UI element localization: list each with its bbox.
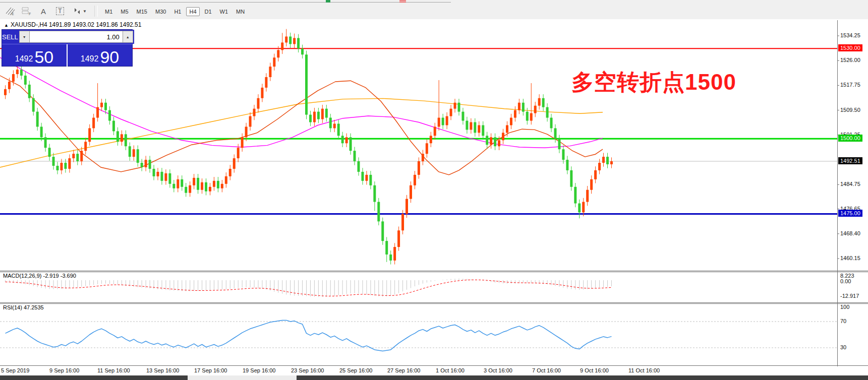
price-level-badge: 1475.00 (838, 210, 862, 217)
sell-price[interactable]: 1492 50 (2, 44, 68, 67)
text-label-icon[interactable]: A (37, 6, 50, 17)
svg-text:E: E (12, 12, 14, 16)
time-tick-label: 7 Oct 16:00 (532, 367, 561, 373)
scrollbar-thumb[interactable] (188, 375, 297, 380)
rsi-indicator-label: RSI(14) 47.2535 (3, 304, 44, 310)
panel-splitter[interactable] (0, 302, 868, 303)
fibonacci-grid-icon[interactable]: F (20, 6, 33, 17)
time-tick-label: 11 Sep 16:00 (97, 367, 130, 373)
price-tick-label: 1517.75 (840, 82, 860, 88)
equidistant-channel-icon[interactable]: E (4, 6, 17, 17)
dropdown-caret-icon[interactable]: ▼ (83, 9, 87, 14)
volume-decrease-button[interactable]: ▼ (19, 31, 30, 43)
time-tick-label: 5 Sep 2019 (1, 367, 29, 373)
time-tick-label: 17 Sep 16:00 (194, 367, 227, 373)
one-click-trade-panel: SELL ▼ ▲ BUY 1492 50 1492 90 (2, 29, 133, 67)
bottom-scrollbar-area[interactable] (0, 375, 868, 380)
price-tick-label: 1534.25 (840, 32, 860, 38)
rsi-axis-label: 70 (840, 318, 846, 324)
text-box-icon[interactable]: T (53, 6, 67, 17)
timeframe-button-w1[interactable]: W1 (217, 7, 232, 16)
time-tick-label: 9 Oct 16:00 (580, 367, 609, 373)
timeframe-button-m5[interactable]: M5 (118, 7, 131, 16)
chart-annotation-text: 多空转折点1500 (571, 68, 736, 97)
time-axis-border (0, 365, 868, 366)
window-edge (0, 2, 451, 3)
chart-window[interactable]: ▲XAUUSD-,H4 1491.89 1493.02 1491.86 1492… (0, 19, 868, 380)
toolbar-separator (94, 6, 98, 17)
volume-increase-button[interactable]: ▲ (123, 31, 133, 43)
time-tick-label: 9 Sep 16:00 (49, 367, 79, 373)
buy-price-main: 1492 (81, 54, 99, 64)
timeframe-button-m15[interactable]: M15 (134, 7, 150, 16)
sell-price-pips: 50 (34, 48, 53, 66)
buy-button[interactable]: BUY (134, 30, 148, 44)
timeframe-button-mn[interactable]: MN (233, 7, 248, 16)
volume-input[interactable] (30, 31, 123, 43)
price-axis-border (837, 20, 838, 366)
price-tick-label: 1526.00 (840, 57, 860, 63)
macd-axis-label: 0.00 (840, 278, 851, 284)
time-tick-label: 25 Sep 16:00 (339, 367, 372, 373)
time-tick-label: 23 Sep 16:00 (291, 367, 324, 373)
timeframe-button-m1[interactable]: M1 (102, 7, 115, 16)
arrows-tool-icon[interactable]: ▼ (70, 6, 89, 17)
price-tick-label: 1484.75 (840, 181, 860, 187)
sell-price-main: 1492 (15, 54, 33, 64)
volume-stepper: ▼ ▲ (18, 30, 134, 44)
timeframe-button-d1[interactable]: D1 (202, 7, 215, 16)
price-level-badge: 1500.00 (838, 135, 862, 142)
time-tick-label: 27 Sep 16:00 (387, 367, 420, 373)
menu-fragment-icon (399, 0, 406, 3)
time-tick-label: 3 Oct 16:00 (484, 367, 512, 373)
rsi-axis-label: 30 (840, 344, 846, 350)
svg-text:F: F (29, 12, 31, 16)
timeframe-group: M1M5M15M30H1H4D1W1MN (101, 7, 249, 16)
panel-splitter[interactable] (0, 272, 868, 272)
price-level-badge: 1492.51 (838, 157, 862, 164)
panel-splitter[interactable] (0, 303, 868, 304)
price-tick-label: 1509.50 (840, 107, 860, 113)
buy-price-pips: 90 (100, 48, 119, 66)
timeframe-button-h1[interactable]: H1 (171, 7, 184, 16)
price-tick-label: 1460.15 (840, 255, 860, 261)
timeframe-button-m30[interactable]: M30 (152, 7, 169, 16)
price-tick-label: 1468.40 (840, 230, 860, 236)
timeframe-button-h4[interactable]: H4 (186, 7, 199, 16)
time-tick-label: 19 Sep 16:00 (243, 367, 275, 373)
chart-canvas[interactable] (0, 19, 868, 380)
chart-window-fragment-icon (326, 0, 330, 3)
mt4-window: E F A T ▼ M1M5M15M30H1H4D1W1MN ▲XAUUSD-,… (0, 0, 868, 380)
macd-indicator-label: MACD(12,26,9) -2.919 -3.690 (3, 273, 76, 279)
price-level-badge: 1530.00 (838, 44, 862, 51)
time-tick-label: 11 Oct 16:00 (628, 367, 660, 373)
macd-axis-label: -12.917 (840, 293, 859, 299)
toolbar: E F A T ▼ M1M5M15M30H1H4D1W1MN (0, 3, 868, 20)
buy-price[interactable]: 1492 90 (68, 44, 132, 67)
rsi-axis-label: 100 (840, 304, 849, 310)
sell-button[interactable]: SELL (2, 30, 18, 44)
time-tick-label: 13 Sep 16:00 (146, 367, 179, 373)
time-tick-label: 1 Oct 16:00 (436, 367, 465, 373)
panel-splitter[interactable] (0, 271, 868, 271)
